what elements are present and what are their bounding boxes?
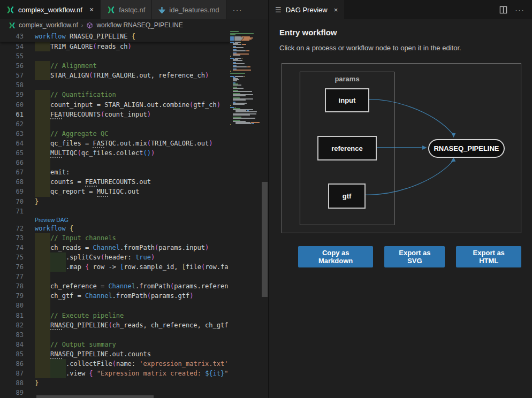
indent-highlight (35, 369, 50, 378)
node-reference[interactable]: reference (317, 136, 377, 160)
code-line: 79ch_gtf = Channel.fromPath(params.gtf) (0, 291, 230, 301)
editor-tab-bar: complex_workflow.nf × fastqc.nf ide_feat… (0, 0, 268, 19)
export-as-html-button[interactable]: Export as HTML (456, 246, 521, 267)
indent-highlight (35, 148, 50, 158)
indent-highlight (35, 311, 50, 320)
indent-highlight (35, 187, 50, 196)
indent-highlight (35, 110, 50, 119)
line-number: 59 (0, 90, 24, 100)
indent-highlight (35, 291, 50, 301)
nextflow-icon (107, 6, 115, 14)
panel-tab-label: DAG Preview (286, 6, 328, 14)
app-window: complex_workflow.nf × fastqc.nf ide_feat… (0, 0, 532, 398)
indent-highlight (35, 177, 50, 187)
breadcrumb[interactable]: complex_workflow.nf › workflow RNASEQ_PI… (0, 19, 268, 31)
code-line: 77 (0, 272, 230, 281)
chevron-right-icon: › (81, 22, 83, 28)
tab-overflow-button[interactable]: ··· (226, 0, 249, 19)
breadcrumb-symbol[interactable]: workflow RNASEQ_PIPELINE (96, 21, 183, 29)
node-gtf[interactable]: gtf (328, 183, 366, 209)
vertical-scrollbar-thumb[interactable] (262, 182, 268, 297)
line-number: 87 (0, 369, 24, 378)
line-number: 86 (0, 359, 24, 369)
editor-pane: complex_workflow.nf × fastqc.nf ide_feat… (0, 0, 268, 398)
tab-complex-workflow[interactable]: complex_workflow.nf × (0, 0, 101, 19)
horizontal-scrollbar-thumb[interactable] (36, 395, 154, 398)
codelens-preview-dag[interactable]: Preview DAG (0, 216, 230, 224)
vertical-scrollbar[interactable] (261, 31, 268, 398)
split-editor-icon[interactable] (499, 6, 507, 14)
line-number: 80 (0, 301, 24, 310)
code-line: 61FEATURECOUNTS(count_input) (0, 110, 230, 119)
tab-label: fastqc.nf (119, 6, 145, 14)
indent-highlight (35, 349, 50, 359)
code-line: 68counts = FEATURECOUNTS.out (0, 177, 230, 187)
panel-heading: Entry workflow (279, 28, 521, 37)
indent-highlight (35, 61, 50, 71)
nextflow-icon (9, 22, 16, 29)
line-number: 67 (0, 167, 24, 177)
line-number: 65 (0, 148, 24, 158)
line-number: 85 (0, 349, 24, 359)
indent-highlight (35, 252, 50, 262)
code-line: 74ch_reads = Channel.fromPath(params.inp… (0, 243, 230, 252)
code-line: 72workflow { (0, 224, 230, 233)
code-line: 86.collectFile(name: 'expression_matrix.… (0, 359, 230, 369)
code-line: 59// Quantification (0, 90, 230, 100)
line-number: 78 (0, 281, 24, 291)
code-line: 57STAR_ALIGN(TRIM_GALORE.out, reference_… (0, 71, 230, 80)
line-number: 62 (0, 119, 24, 129)
code-line: 67emit: (0, 167, 230, 177)
code-line: 85RNASEQ_PIPELINE.out.counts (0, 349, 230, 359)
line-number: 56 (0, 61, 24, 71)
line-number: 76 (0, 262, 24, 272)
line-number: 43 (0, 32, 24, 41)
code-line: 78ch_reference = Channel.fromPath(params… (0, 281, 230, 291)
node-input[interactable]: input (325, 88, 369, 112)
indent-highlight (35, 139, 50, 148)
export-as-svg-button[interactable]: Export as SVG (384, 246, 445, 267)
code-line: 60count_input = STAR_ALIGN.out.combine(g… (0, 100, 230, 110)
code-line: 43workflow RNASEQ_PIPELINE { (0, 32, 135, 41)
line-number: 83 (0, 330, 24, 340)
node-rnaseq-pipeline[interactable]: RNASEQ_PIPELINE (428, 139, 505, 158)
code-line: 66 (0, 158, 230, 167)
line-number: 66 (0, 158, 24, 167)
line-number: 84 (0, 340, 24, 349)
code-line: 80 (0, 301, 230, 310)
line-number: 71 (0, 206, 24, 216)
code-line: 87.view { "Expression matrix created: ${… (0, 369, 230, 378)
sticky-scroll-line[interactable]: 43workflow RNASEQ_PIPELINE { (0, 31, 230, 42)
code-line: 81// Execute pipeline (0, 311, 230, 320)
tab-fastqc[interactable]: fastqc.nf (101, 0, 152, 19)
line-number: 55 (0, 51, 24, 61)
indent-highlight (35, 359, 50, 369)
code-line: 75.splitCsv(header: true) (0, 252, 230, 262)
indent-highlight (35, 243, 50, 252)
copy-as-markdown-button[interactable]: Copy as Markdown (298, 246, 373, 267)
code-line: 84// Output summary (0, 340, 230, 349)
line-number: 60 (0, 100, 24, 110)
indent-highlight (35, 129, 50, 139)
code-line: 88} (0, 378, 230, 388)
tab-label: ide_features.md (169, 6, 219, 14)
tab-dag-preview[interactable]: ☰ DAG Preview × (269, 0, 344, 19)
indent-highlight (50, 262, 66, 272)
tab-ide-features[interactable]: ide_features.md (152, 0, 226, 19)
line-number: 74 (0, 243, 24, 252)
minimap[interactable] (230, 31, 261, 398)
close-icon[interactable]: × (89, 6, 94, 13)
code-line: 62 (0, 119, 230, 129)
line-number: 69 (0, 187, 24, 196)
line-number: 68 (0, 177, 24, 187)
more-actions-icon[interactable]: ··· (515, 5, 525, 14)
code-editor[interactable]: 43workflow RNASEQ_PIPELINE { 54TRIM_GALO… (0, 31, 268, 398)
code-line: 65MULTIQC(qc_files.collect()) (0, 148, 230, 158)
line-number: 61 (0, 110, 24, 119)
breadcrumb-file[interactable]: complex_workflow.nf (19, 21, 78, 29)
code-line: 83 (0, 330, 230, 340)
markdown-icon (158, 6, 165, 13)
panel-tab-bar: ☰ DAG Preview × ··· (269, 0, 532, 19)
line-number: 88 (0, 378, 24, 388)
close-icon[interactable]: × (334, 6, 338, 14)
